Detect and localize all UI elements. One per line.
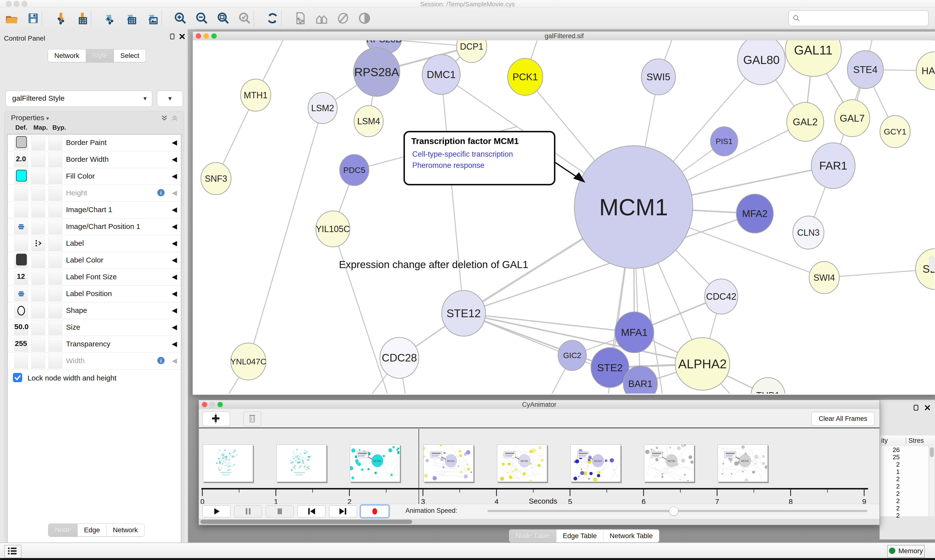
byp-cell[interactable] [48, 304, 62, 318]
property-row-label-color[interactable]: Label Color◀ [8, 252, 181, 269]
table-row[interactable]: 25 [880, 454, 929, 461]
expand-property-icon[interactable]: ◀ [172, 357, 177, 365]
map-cell[interactable] [31, 337, 45, 352]
node-gal2[interactable]: GAL2 [787, 102, 824, 142]
table-row[interactable]: 2 [880, 497, 929, 505]
byp-cell[interactable] [48, 320, 62, 335]
edge-dmc1-ste12[interactable] [441, 74, 464, 313]
expand-property-icon[interactable]: ◀ [172, 289, 177, 297]
tab-style[interactable]: Style [86, 49, 114, 62]
import-network-icon[interactable] [54, 12, 67, 25]
info-icon[interactable]: i [157, 356, 165, 365]
cyanimator-scrollbar[interactable] [199, 519, 879, 525]
node-swi4[interactable]: SWI4 [809, 262, 839, 294]
node-mfa2[interactable]: MFA2 [736, 194, 773, 233]
byp-cell[interactable] [48, 136, 62, 150]
byp-cell[interactable] [48, 203, 62, 217]
def-cell[interactable] [14, 237, 28, 251]
map-cell[interactable] [31, 354, 45, 369]
frame-thumbnail-6[interactable]: MCM1 [571, 445, 621, 482]
close-panel-icon[interactable] [924, 404, 931, 412]
info-icon[interactable]: i [157, 188, 165, 197]
node-snf3[interactable]: SNF3 [201, 163, 231, 195]
expand-property-icon[interactable]: ◀ [172, 340, 177, 348]
byp-cell[interactable] [48, 337, 62, 352]
property-row-image-chart-position-1[interactable]: Image/Chart Position 1◀ [8, 218, 181, 235]
expand-property-icon[interactable]: ◀ [172, 206, 177, 214]
style-options-button[interactable]: ▾ [157, 91, 183, 107]
def-cell[interactable] [14, 203, 28, 217]
memory-button[interactable]: Memory [887, 545, 925, 558]
byp-cell[interactable] [48, 287, 62, 302]
map-cell[interactable] [31, 304, 45, 318]
skip-start-button[interactable] [297, 505, 326, 517]
float-control-panel-icon[interactable] [169, 33, 176, 40]
node-dcp1[interactable]: DCP1 [457, 40, 487, 63]
table-scrollbar[interactable] [929, 446, 934, 516]
map-cell[interactable] [31, 152, 45, 167]
collapse-all-icon[interactable] [171, 114, 179, 122]
property-row-height[interactable]: Heighti◀ [8, 185, 181, 202]
node-rps28a[interactable]: RPS28A [353, 48, 400, 96]
node-ste12[interactable]: STE12 [442, 291, 486, 336]
def-cell[interactable] [14, 186, 28, 201]
tab-node[interactable]: Node [48, 524, 78, 536]
map-cell[interactable] [31, 186, 45, 201]
tab-edge-table[interactable]: Edge Table [556, 529, 603, 542]
map-cell[interactable] [31, 169, 45, 184]
skip-end-button[interactable] [329, 505, 357, 517]
table-row[interactable]: 2 [880, 483, 929, 490]
zoom-fit-icon[interactable] [217, 12, 230, 25]
zoom-out-icon[interactable] [195, 12, 208, 25]
edge-ynl047c-lsm2[interactable] [248, 108, 322, 362]
frame-thumbnail-8[interactable]: MCM1 [717, 445, 768, 482]
show-detail-icon[interactable] [358, 12, 371, 25]
export-network-icon[interactable] [103, 12, 116, 25]
property-row-border-paint[interactable]: Border Paint◀ [8, 134, 181, 151]
cyanimator-titlebar[interactable]: CyAnimator [199, 400, 879, 409]
node-gal7[interactable]: GAL7 [835, 100, 870, 137]
byp-cell[interactable] [48, 354, 62, 369]
property-row-shape[interactable]: Shape◀ [8, 302, 181, 319]
record-button[interactable] [361, 505, 389, 517]
node-swi5[interactable]: SWI5 [641, 59, 676, 95]
zoom-in-icon[interactable] [174, 12, 187, 25]
property-row-transparency[interactable]: 255Transparency◀ [8, 336, 181, 353]
table-row[interactable]: 2 [880, 490, 929, 497]
delete-frame-button[interactable] [243, 411, 261, 426]
map-cell[interactable] [31, 203, 45, 217]
annotation-box[interactable]: Transcription factor MCM1 Cell-type-spec… [403, 131, 555, 185]
tab-edge[interactable]: Edge [78, 524, 106, 536]
property-row-image-chart-1[interactable]: Image/Chart 1◀ [8, 202, 181, 218]
frame-thumbnail-7[interactable]: MCM1 [644, 445, 694, 482]
export-table-icon[interactable] [125, 12, 138, 25]
map-cell[interactable] [31, 136, 45, 150]
pause-button[interactable] [234, 505, 262, 517]
add-frame-button[interactable] [202, 411, 230, 426]
expand-property-icon[interactable]: ◀ [172, 222, 177, 230]
search-input[interactable] [788, 10, 929, 26]
def-cell[interactable] [14, 354, 28, 369]
expand-property-icon[interactable]: ◀ [172, 172, 177, 180]
network-window-titlebar[interactable]: galFiltered.sif [193, 32, 935, 41]
tab-network[interactable]: Network [106, 524, 144, 536]
frame-thumbnail-1[interactable] [203, 445, 253, 482]
map-cell[interactable] [31, 220, 45, 234]
expand-property-icon[interactable]: ◀ [172, 189, 177, 197]
lock-checkbox[interactable] [13, 373, 22, 382]
node-mcm1[interactable]: MCM1 [574, 146, 693, 268]
close-control-panel-icon[interactable] [179, 33, 186, 40]
play-button[interactable] [202, 505, 231, 517]
save-session-icon[interactable] [26, 12, 39, 25]
property-row-width[interactable]: Widthi◀ [8, 353, 181, 369]
node-hap2[interactable]: HAP2 [916, 52, 935, 90]
node-mfa1[interactable]: MFA1 [615, 312, 654, 353]
node-alpha2[interactable]: ALPHA2 [675, 338, 730, 390]
byp-cell[interactable] [48, 220, 62, 234]
node-gcy1[interactable]: GCY1 [880, 115, 910, 148]
table-row[interactable]: 2 [880, 461, 929, 468]
table-row[interactable]: 2 [880, 505, 929, 512]
node-gal11[interactable]: GAL11 [785, 40, 841, 76]
expand-property-icon[interactable]: ◀ [172, 155, 177, 163]
property-row-fill-color[interactable]: Fill Color◀ [8, 168, 181, 185]
